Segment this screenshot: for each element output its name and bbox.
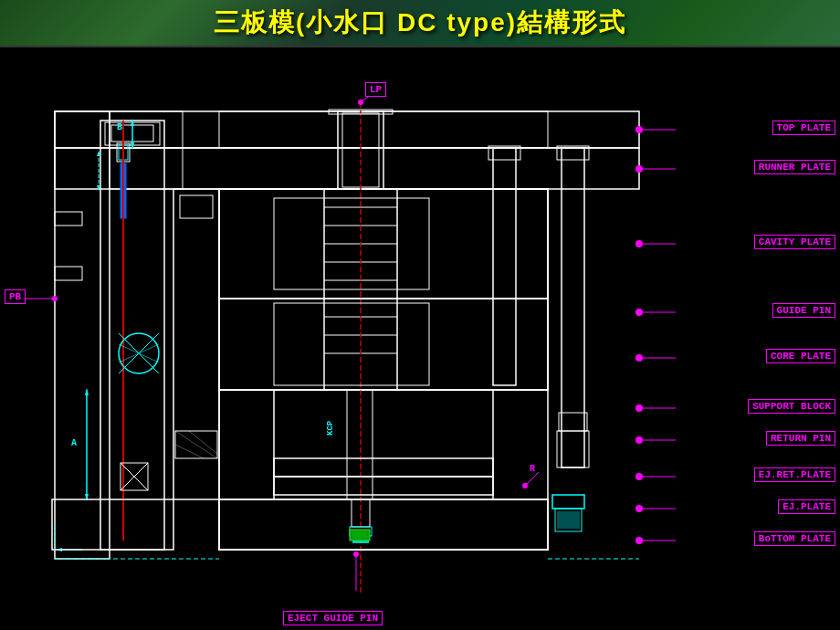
main-canvas: LP PB KCP R B A TOP PLATE RUNNER PLATE C… — [0, 47, 840, 630]
runner-plate-label: RUNNER PLATE — [754, 160, 835, 174]
support-block-label: SUPPORT BLOCK — [748, 399, 835, 414]
cavity-plate-label: CAVITY PLATE — [754, 235, 835, 249]
return-pin-label: RETURN PIN — [766, 431, 835, 446]
guide-pin-label: GUIDE PIN — [772, 303, 835, 318]
svg-point-95 — [353, 551, 359, 557]
core-plate-label: CORE PLATE — [766, 349, 835, 363]
svg-point-28 — [52, 296, 58, 301]
top-plate-label: TOP PLATE — [772, 121, 835, 135]
svg-point-45 — [358, 100, 363, 105]
kcp-label: KCP — [326, 421, 335, 436]
pb-label: PB — [5, 289, 26, 304]
b-label: B — [117, 122, 122, 132]
r-label: R — [530, 464, 535, 474]
page-title: 三板模(小水口 DC type)結構形式 — [214, 5, 626, 40]
svg-rect-103 — [352, 531, 367, 539]
lp-label: LP — [365, 82, 386, 97]
svg-rect-106 — [557, 511, 580, 529]
bottom-plate-label: BoTTOM PLATE — [754, 531, 835, 546]
svg-point-82 — [522, 483, 528, 488]
ej-ret-plate-label: EJ.RET.PLATE — [754, 467, 835, 482]
header: 三板模(小水口 DC type)結構形式 — [0, 0, 840, 47]
a-label: A — [71, 438, 77, 448]
eject-guide-pin-label: EJECT GUIDE PIN — [283, 611, 383, 625]
ej-plate-label: EJ.PLATE — [778, 499, 835, 514]
